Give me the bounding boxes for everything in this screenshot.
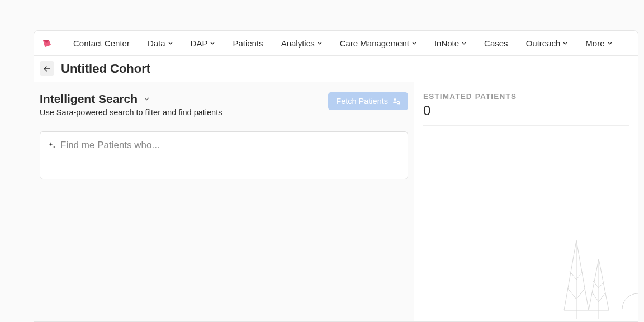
search-placeholder: Find me Patients who... [60,140,160,151]
trees-illustration [560,226,638,321]
estimated-patients-count: 0 [423,103,629,119]
nav-label: Data [148,39,165,48]
title-bar: Untitled Cohort [34,56,638,82]
nav-dap[interactable]: DAP [182,31,224,55]
svg-line-11 [592,292,599,302]
fetch-label: Fetch Patients [336,97,388,106]
nav-innote[interactable]: InNote [425,31,475,55]
svg-line-5 [576,271,583,280]
svg-line-12 [599,292,605,302]
svg-line-4 [570,271,576,280]
search-header: Intelligent Search Use Sara-powered sear… [40,92,408,117]
search-subtitle: Use Sara-powered search to filter and fi… [40,108,222,117]
svg-point-0 [394,98,396,101]
svg-line-10 [599,281,604,288]
chevron-down-icon [608,42,612,45]
nav-label: InNote [434,39,459,48]
nav-data[interactable]: Data [139,31,182,55]
left-panel: Intelligent Search Use Sara-powered sear… [34,82,414,321]
chevron-down-icon[interactable] [144,97,149,101]
divider [423,125,629,126]
nav-label: Contact Center [73,39,130,48]
chevron-down-icon [412,42,416,45]
nav-label: Outreach [526,39,561,48]
app-frame: Contact Center Data DAP Patients Analyti… [34,30,638,322]
top-nav: Contact Center Data DAP Patients Analyti… [34,31,638,56]
nav-outreach[interactable]: Outreach [517,31,577,55]
chevron-down-icon [462,42,466,45]
nav-label: More [585,39,604,48]
nav-cases[interactable]: Cases [475,31,517,55]
svg-line-9 [593,281,599,288]
right-panel: ESTIMATED PATIENTS 0 [414,82,638,321]
nav-label: Patients [233,39,263,48]
page-title: Untitled Cohort [61,61,150,76]
chevron-down-icon [168,42,173,45]
nav-label: Care Management [340,39,409,48]
nav-care-management[interactable]: Care Management [331,31,425,55]
nav-more[interactable]: More [576,31,621,55]
nav-patients[interactable]: Patients [224,31,272,55]
estimated-patients-label: ESTIMATED PATIENTS [423,92,629,101]
sparkle-icon [48,141,56,149]
fetch-patients-icon [392,97,400,105]
svg-line-7 [576,288,585,299]
chevron-down-icon [563,42,567,45]
chevron-down-icon [318,42,322,45]
back-button[interactable] [40,61,54,76]
app-logo[interactable] [42,38,52,48]
arrow-left-icon [44,66,50,72]
search-input[interactable]: Find me Patients who... [40,131,408,179]
svg-line-2 [399,103,400,105]
nav-contact-center[interactable]: Contact Center [64,31,139,55]
search-title: Intelligent Search [40,92,138,106]
nav-label: Analytics [281,39,315,48]
nav-label: Cases [484,39,508,48]
nav-label: DAP [191,39,208,48]
svg-line-6 [567,288,576,299]
nav-analytics[interactable]: Analytics [272,31,331,55]
chevron-down-icon [210,42,215,45]
content-area: Intelligent Search Use Sara-powered sear… [34,82,638,321]
fetch-patients-button[interactable]: Fetch Patients [328,92,408,110]
